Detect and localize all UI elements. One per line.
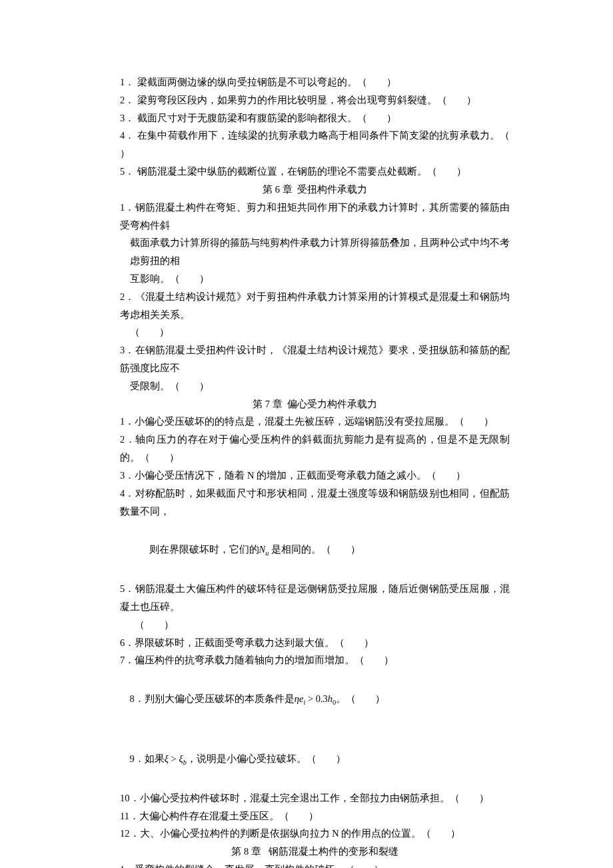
question-continuation: （ ） (120, 323, 510, 341)
question-item: 3．在钢筋混凝土受扭构件设计时，《混凝土结构设计规范》要求，受扭纵筋和箍筋的配筋… (120, 341, 510, 377)
question-item: 5．钢筋混凝土大偏压构件的破坏特征是远侧钢筋受拉屈服，随后近侧钢筋受压屈服，混凝… (120, 580, 510, 616)
question-item: 1．钢筋混凝土构件在弯矩、剪力和扭矩共同作用下的承载力计算时，其所需要的箍筋由受… (120, 199, 510, 235)
document-page: 1． 梁截面两侧边缘的纵向受拉钢筋是不可以弯起的。（ ） 2． 梁剪弯段区段内，… (0, 0, 613, 868)
question-continuation: （ ） (120, 616, 510, 634)
chapter-heading: 第 8 章 钢筋混凝土构件的变形和裂缝 (120, 843, 510, 861)
math-expression: Nu (259, 544, 269, 555)
question-item: 4．对称配筋时，如果截面尺寸和形状相同，混凝土强度等级和钢筋级别也相同，但配筋数… (120, 485, 510, 521)
text-fragment: 是相同的。（ ） (269, 544, 360, 555)
chapter-heading: 第 7 章 偏心受力构件承载力 (120, 395, 510, 413)
question-item: 3．小偏心受压情况下，随着 N 的增加，正截面受弯承载力随之减小。（ ） (120, 467, 510, 485)
question-item: 5． 钢筋混凝土梁中纵筋的截断位置，在钢筋的理论不需要点处截断。（ ） (120, 163, 510, 181)
question-item: 7．偏压构件的抗弯承载力随着轴向力的增加而增加。（ ） (120, 651, 510, 669)
question-continuation: 受限制。（ ） (120, 377, 510, 395)
text-fragment: 8．判别大偏心受压破坏的本质条件是 (130, 693, 295, 704)
text-fragment: 则在界限破坏时，它们的 (149, 544, 259, 555)
question-item: 6．界限破坏时，正截面受弯承载力达到最大值。（ ） (120, 634, 510, 652)
question-item: 2．轴向压力的存在对于偏心受压构件的斜截面抗剪能力是有提高的，但是不是无限制的。… (120, 431, 510, 467)
question-item: 12．大、小偏心受拉构件的判断是依据纵向拉力 N 的作用点的位置。（ ） (120, 825, 510, 843)
text-fragment: 。（ ） (336, 693, 385, 704)
question-item: 9．如果ξ > ξb，说明是小偏心受拉破坏。（ ） (120, 729, 510, 789)
math-expression: ηei > 0.3h0 (295, 693, 336, 704)
text-fragment: ，说明是小偏心受拉破坏。（ ） (187, 753, 346, 764)
question-item: 11．大偏心构件存在混凝土受压区。（ ） (120, 807, 510, 825)
question-item: 2． 梁剪弯段区段内，如果剪力的作用比较明显，将会出现弯剪斜裂缝。（ ） (120, 91, 510, 109)
question-item: 1． 梁截面两侧边缘的纵向受拉钢筋是不可以弯起的。（ ） (120, 73, 510, 91)
question-item: 10．小偏心受拉构件破坏时，混凝土完全退出工作，全部拉力由钢筋承担。（ ） (120, 789, 510, 807)
math-expression: ξ > ξb (165, 753, 187, 764)
question-continuation: 截面承载力计算所得的箍筋与纯剪构件承载力计算所得箍筋叠加，且两种公式中均不考虑剪… (120, 234, 510, 270)
question-item: 3． 截面尺寸对于无腹筋梁和有腹筋梁的影响都很大。（ ） (120, 109, 510, 127)
chapter-heading: 第 6 章 受扭构件承载力 (120, 181, 510, 199)
text-fragment: 9．如果 (130, 753, 165, 764)
question-item: 8．判别大偏心受压破坏的本质条件是ηei > 0.3h0。（ ） (120, 669, 510, 729)
question-item: 1．小偏心受压破坏的的特点是，混凝土先被压碎，远端钢筋没有受拉屈服。（ ） (120, 413, 510, 431)
question-continuation: 则在界限破坏时，它们的Nu 是相同的。（ ） (120, 520, 510, 580)
question-continuation: 互影响。（ ） (120, 270, 510, 288)
question-item: 2．《混凝土结构设计规范》对于剪扭构件承载力计算采用的计算模式是混凝土和钢筋均考… (120, 288, 510, 324)
question-item: 4． 在集中荷载作用下，连续梁的抗剪承载力略高于相同条件下简支梁的抗剪承载力。（… (120, 127, 510, 163)
question-item: 1．受弯构件的裂缝会一直发展，直到构件的破坏。（ ） (120, 861, 510, 868)
